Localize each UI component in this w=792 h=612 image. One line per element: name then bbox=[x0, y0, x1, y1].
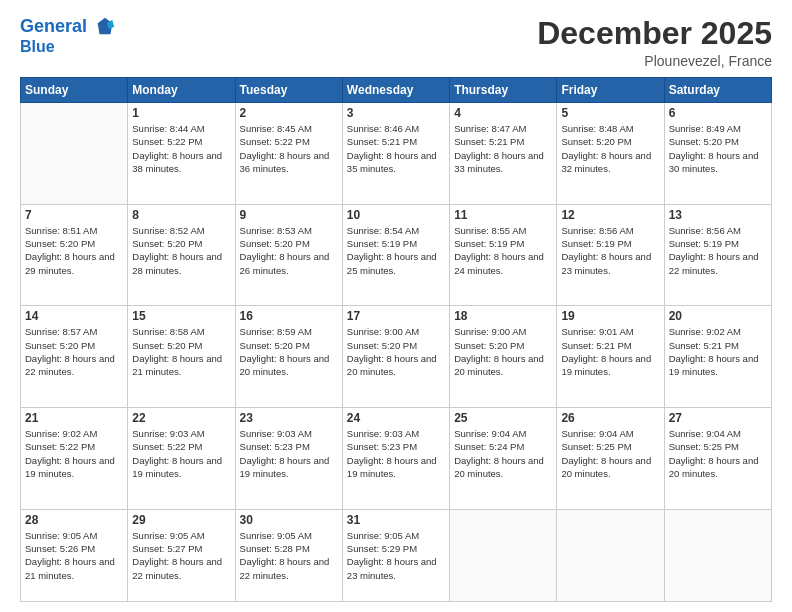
day-number: 24 bbox=[347, 411, 445, 425]
day-number: 27 bbox=[669, 411, 767, 425]
calendar-cell: 3 Sunrise: 8:46 AM Sunset: 5:21 PM Dayli… bbox=[342, 103, 449, 205]
day-info: Sunrise: 9:03 AM Sunset: 5:23 PM Dayligh… bbox=[240, 427, 338, 480]
logo-text: General bbox=[20, 16, 116, 38]
calendar-cell bbox=[557, 509, 664, 601]
calendar-cell: 26 Sunrise: 9:04 AM Sunset: 5:25 PM Dayl… bbox=[557, 408, 664, 510]
calendar-cell: 31 Sunrise: 9:05 AM Sunset: 5:29 PM Dayl… bbox=[342, 509, 449, 601]
location: Plounevezel, France bbox=[537, 53, 772, 69]
week-row-1: 1 Sunrise: 8:44 AM Sunset: 5:22 PM Dayli… bbox=[21, 103, 772, 205]
day-number: 13 bbox=[669, 208, 767, 222]
week-row-5: 28 Sunrise: 9:05 AM Sunset: 5:26 PM Dayl… bbox=[21, 509, 772, 601]
calendar-cell: 7 Sunrise: 8:51 AM Sunset: 5:20 PM Dayli… bbox=[21, 204, 128, 306]
day-number: 23 bbox=[240, 411, 338, 425]
day-info: Sunrise: 8:44 AM Sunset: 5:22 PM Dayligh… bbox=[132, 122, 230, 175]
calendar-cell: 20 Sunrise: 9:02 AM Sunset: 5:21 PM Dayl… bbox=[664, 306, 771, 408]
day-number: 5 bbox=[561, 106, 659, 120]
week-row-2: 7 Sunrise: 8:51 AM Sunset: 5:20 PM Dayli… bbox=[21, 204, 772, 306]
day-number: 25 bbox=[454, 411, 552, 425]
day-number: 18 bbox=[454, 309, 552, 323]
month-title: December 2025 bbox=[537, 16, 772, 51]
day-info: Sunrise: 8:51 AM Sunset: 5:20 PM Dayligh… bbox=[25, 224, 123, 277]
day-number: 1 bbox=[132, 106, 230, 120]
calendar-cell: 29 Sunrise: 9:05 AM Sunset: 5:27 PM Dayl… bbox=[128, 509, 235, 601]
day-info: Sunrise: 9:05 AM Sunset: 5:26 PM Dayligh… bbox=[25, 529, 123, 582]
calendar-cell: 25 Sunrise: 9:04 AM Sunset: 5:24 PM Dayl… bbox=[450, 408, 557, 510]
calendar-cell: 23 Sunrise: 9:03 AM Sunset: 5:23 PM Dayl… bbox=[235, 408, 342, 510]
weekday-header-monday: Monday bbox=[128, 78, 235, 103]
day-number: 8 bbox=[132, 208, 230, 222]
calendar-cell bbox=[664, 509, 771, 601]
weekday-header-wednesday: Wednesday bbox=[342, 78, 449, 103]
day-number: 7 bbox=[25, 208, 123, 222]
day-info: Sunrise: 9:04 AM Sunset: 5:24 PM Dayligh… bbox=[454, 427, 552, 480]
day-info: Sunrise: 8:58 AM Sunset: 5:20 PM Dayligh… bbox=[132, 325, 230, 378]
calendar-cell: 15 Sunrise: 8:58 AM Sunset: 5:20 PM Dayl… bbox=[128, 306, 235, 408]
day-info: Sunrise: 9:02 AM Sunset: 5:21 PM Dayligh… bbox=[669, 325, 767, 378]
weekday-header-row: SundayMondayTuesdayWednesdayThursdayFrid… bbox=[21, 78, 772, 103]
calendar-cell: 27 Sunrise: 9:04 AM Sunset: 5:25 PM Dayl… bbox=[664, 408, 771, 510]
calendar-cell: 5 Sunrise: 8:48 AM Sunset: 5:20 PM Dayli… bbox=[557, 103, 664, 205]
calendar-cell: 13 Sunrise: 8:56 AM Sunset: 5:19 PM Dayl… bbox=[664, 204, 771, 306]
day-number: 21 bbox=[25, 411, 123, 425]
day-number: 16 bbox=[240, 309, 338, 323]
weekday-header-tuesday: Tuesday bbox=[235, 78, 342, 103]
calendar-cell: 14 Sunrise: 8:57 AM Sunset: 5:20 PM Dayl… bbox=[21, 306, 128, 408]
week-row-4: 21 Sunrise: 9:02 AM Sunset: 5:22 PM Dayl… bbox=[21, 408, 772, 510]
calendar-cell: 9 Sunrise: 8:53 AM Sunset: 5:20 PM Dayli… bbox=[235, 204, 342, 306]
day-info: Sunrise: 8:52 AM Sunset: 5:20 PM Dayligh… bbox=[132, 224, 230, 277]
day-info: Sunrise: 8:45 AM Sunset: 5:22 PM Dayligh… bbox=[240, 122, 338, 175]
logo-icon bbox=[94, 16, 116, 38]
calendar-table: SundayMondayTuesdayWednesdayThursdayFrid… bbox=[20, 77, 772, 602]
day-info: Sunrise: 8:55 AM Sunset: 5:19 PM Dayligh… bbox=[454, 224, 552, 277]
day-info: Sunrise: 9:05 AM Sunset: 5:29 PM Dayligh… bbox=[347, 529, 445, 582]
day-info: Sunrise: 8:54 AM Sunset: 5:19 PM Dayligh… bbox=[347, 224, 445, 277]
day-info: Sunrise: 9:00 AM Sunset: 5:20 PM Dayligh… bbox=[454, 325, 552, 378]
day-info: Sunrise: 8:47 AM Sunset: 5:21 PM Dayligh… bbox=[454, 122, 552, 175]
day-number: 14 bbox=[25, 309, 123, 323]
day-number: 30 bbox=[240, 513, 338, 527]
day-info: Sunrise: 8:56 AM Sunset: 5:19 PM Dayligh… bbox=[669, 224, 767, 277]
day-info: Sunrise: 9:03 AM Sunset: 5:23 PM Dayligh… bbox=[347, 427, 445, 480]
day-number: 19 bbox=[561, 309, 659, 323]
logo-blue-text: Blue bbox=[20, 38, 116, 56]
day-info: Sunrise: 8:59 AM Sunset: 5:20 PM Dayligh… bbox=[240, 325, 338, 378]
day-number: 6 bbox=[669, 106, 767, 120]
day-info: Sunrise: 8:57 AM Sunset: 5:20 PM Dayligh… bbox=[25, 325, 123, 378]
day-info: Sunrise: 9:05 AM Sunset: 5:28 PM Dayligh… bbox=[240, 529, 338, 582]
weekday-header-sunday: Sunday bbox=[21, 78, 128, 103]
calendar-cell: 19 Sunrise: 9:01 AM Sunset: 5:21 PM Dayl… bbox=[557, 306, 664, 408]
day-number: 31 bbox=[347, 513, 445, 527]
calendar-cell: 12 Sunrise: 8:56 AM Sunset: 5:19 PM Dayl… bbox=[557, 204, 664, 306]
day-info: Sunrise: 9:04 AM Sunset: 5:25 PM Dayligh… bbox=[561, 427, 659, 480]
calendar-cell: 4 Sunrise: 8:47 AM Sunset: 5:21 PM Dayli… bbox=[450, 103, 557, 205]
title-block: December 2025 Plounevezel, France bbox=[537, 16, 772, 69]
day-number: 20 bbox=[669, 309, 767, 323]
day-number: 29 bbox=[132, 513, 230, 527]
day-number: 26 bbox=[561, 411, 659, 425]
day-number: 28 bbox=[25, 513, 123, 527]
day-number: 22 bbox=[132, 411, 230, 425]
day-info: Sunrise: 9:05 AM Sunset: 5:27 PM Dayligh… bbox=[132, 529, 230, 582]
weekday-header-friday: Friday bbox=[557, 78, 664, 103]
day-info: Sunrise: 8:46 AM Sunset: 5:21 PM Dayligh… bbox=[347, 122, 445, 175]
day-number: 15 bbox=[132, 309, 230, 323]
calendar-cell bbox=[450, 509, 557, 601]
calendar-cell: 2 Sunrise: 8:45 AM Sunset: 5:22 PM Dayli… bbox=[235, 103, 342, 205]
day-number: 3 bbox=[347, 106, 445, 120]
calendar-cell: 8 Sunrise: 8:52 AM Sunset: 5:20 PM Dayli… bbox=[128, 204, 235, 306]
page: General Blue December 2025 Plounevezel, … bbox=[0, 0, 792, 612]
day-number: 17 bbox=[347, 309, 445, 323]
logo: General Blue bbox=[20, 16, 116, 56]
week-row-3: 14 Sunrise: 8:57 AM Sunset: 5:20 PM Dayl… bbox=[21, 306, 772, 408]
calendar-cell: 22 Sunrise: 9:03 AM Sunset: 5:22 PM Dayl… bbox=[128, 408, 235, 510]
calendar-cell: 18 Sunrise: 9:00 AM Sunset: 5:20 PM Dayl… bbox=[450, 306, 557, 408]
calendar-cell: 24 Sunrise: 9:03 AM Sunset: 5:23 PM Dayl… bbox=[342, 408, 449, 510]
day-info: Sunrise: 9:00 AM Sunset: 5:20 PM Dayligh… bbox=[347, 325, 445, 378]
day-info: Sunrise: 9:04 AM Sunset: 5:25 PM Dayligh… bbox=[669, 427, 767, 480]
calendar-cell: 11 Sunrise: 8:55 AM Sunset: 5:19 PM Dayl… bbox=[450, 204, 557, 306]
day-info: Sunrise: 8:56 AM Sunset: 5:19 PM Dayligh… bbox=[561, 224, 659, 277]
day-number: 2 bbox=[240, 106, 338, 120]
day-info: Sunrise: 8:48 AM Sunset: 5:20 PM Dayligh… bbox=[561, 122, 659, 175]
calendar-cell bbox=[21, 103, 128, 205]
day-number: 11 bbox=[454, 208, 552, 222]
